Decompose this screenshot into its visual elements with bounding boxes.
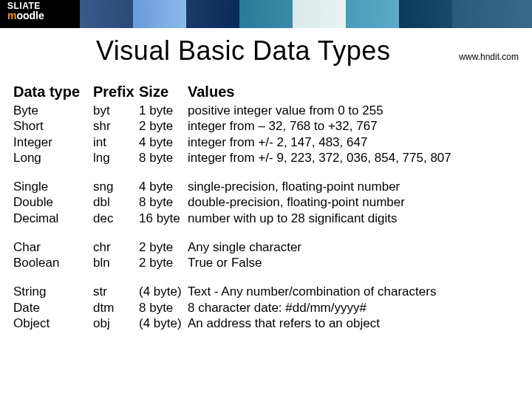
cell-prefix: byt — [93, 103, 139, 118]
cell-type: Long — [13, 150, 93, 166]
table-row: Longlng8 byteinteger from +/- 9, 223, 37… — [13, 150, 519, 166]
cell-size: 1 byte — [139, 103, 188, 118]
cell-size: 8 byte — [139, 194, 188, 210]
cell-values: Any single character — [188, 239, 519, 255]
cell-type: Integer — [13, 134, 93, 150]
cell-values: integer from +/- 9, 223, 372, 036, 854, … — [188, 150, 519, 166]
table-header-row: Data type Prefix Size Values — [13, 83, 519, 103]
cell-values: 8 character date: #dd/mm/yyyy# — [188, 300, 519, 316]
cell-type: Decimal — [13, 211, 93, 226]
cell-type: Double — [13, 194, 93, 210]
table-row: Decimaldec16 bytenumber with up to 28 si… — [13, 211, 519, 226]
th-values: Values — [188, 83, 519, 103]
logo: SLIATE moodle — [7, 1, 44, 21]
cell-prefix: dbl — [93, 194, 139, 210]
cell-values: An address that refers to an object — [188, 316, 519, 331]
data-type-table: Data type Prefix Size Values Bytebyt1 by… — [13, 83, 519, 331]
cell-values: True or False — [188, 255, 519, 270]
th-size: Size — [139, 83, 188, 103]
th-prefix: Prefix — [93, 83, 139, 103]
cell-prefix: lng — [93, 150, 139, 166]
content: Data type Prefix Size Values Bytebyt1 by… — [0, 74, 532, 331]
cell-values: integer from – 32, 768 to +32, 767 — [188, 118, 519, 134]
table-body: Bytebyt1 bytepositive integer value from… — [13, 103, 519, 331]
cell-type: Short — [13, 118, 93, 134]
table-row: Stringstr(4 byte)Text - Any number/combi… — [13, 284, 519, 299]
table-row: Datedtm8 byte8 character date: #dd/mm/yy… — [13, 300, 519, 316]
cell-type: Object — [13, 316, 93, 331]
table-row: Singlesng4 bytesingle-precision, floatin… — [13, 179, 519, 194]
th-type: Data type — [13, 83, 93, 103]
cell-prefix: sng — [93, 179, 139, 194]
cell-size: 16 byte — [139, 211, 188, 226]
header: Visual Basic Data Types www.hndit.com — [0, 28, 532, 74]
table-row: Bytebyt1 bytepositive integer value from… — [13, 103, 519, 118]
cell-size: 8 byte — [139, 300, 188, 316]
table-row: Integerint4 byteinteger from +/- 2, 147,… — [13, 134, 519, 150]
table-row: Booleanbln2 byteTrue or False — [13, 255, 519, 270]
table-row: Charchr2 byteAny single character — [13, 239, 519, 255]
table-row: Shortshr2 byteinteger from – 32, 768 to … — [13, 118, 519, 134]
cell-prefix: int — [93, 134, 139, 150]
logo-text-bottom: moodle — [7, 10, 44, 21]
group-gap — [13, 226, 519, 239]
table-row: Doubledbl8 bytedouble-precision, floatin… — [13, 194, 519, 210]
cell-values: double-precision, floating-point number — [188, 194, 519, 210]
cell-size: 2 byte — [139, 255, 188, 270]
cell-type: Char — [13, 239, 93, 255]
cell-size: 8 byte — [139, 150, 188, 166]
cell-prefix: shr — [93, 118, 139, 134]
cell-prefix: obj — [93, 316, 139, 331]
cell-values: integer from +/- 2, 147, 483, 647 — [188, 134, 519, 150]
cell-values: single-precision, floating-point number — [188, 179, 519, 194]
cell-size: 2 byte — [139, 239, 188, 255]
cell-size: 2 byte — [139, 118, 188, 134]
cell-type: Boolean — [13, 255, 93, 270]
cell-values: number with up to 28 significant digits — [188, 211, 519, 226]
cell-prefix: str — [93, 284, 139, 299]
group-gap — [13, 270, 519, 284]
cell-size: (4 byte) — [139, 316, 188, 331]
cell-prefix: chr — [93, 239, 139, 255]
cell-type: Date — [13, 300, 93, 316]
group-gap — [13, 166, 519, 179]
table-row: Objectobj(4 byte)An address that refers … — [13, 316, 519, 331]
cell-values: Text - Any number/combination of charact… — [188, 284, 519, 299]
cell-type: Byte — [13, 103, 93, 118]
cell-size: 4 byte — [139, 179, 188, 194]
cell-size: (4 byte) — [139, 284, 188, 299]
cell-prefix: dec — [93, 211, 139, 226]
cell-prefix: dtm — [93, 300, 139, 316]
page-title: Visual Basic Data Types — [96, 35, 390, 66]
banner-strip: SLIATE moodle — [0, 0, 532, 28]
cell-values: positive integer value from 0 to 255 — [188, 103, 519, 118]
cell-type: Single — [13, 179, 93, 194]
source-url: www.hndit.com — [459, 52, 519, 62]
cell-type: String — [13, 284, 93, 299]
cell-size: 4 byte — [139, 134, 188, 150]
cell-prefix: bln — [93, 255, 139, 270]
